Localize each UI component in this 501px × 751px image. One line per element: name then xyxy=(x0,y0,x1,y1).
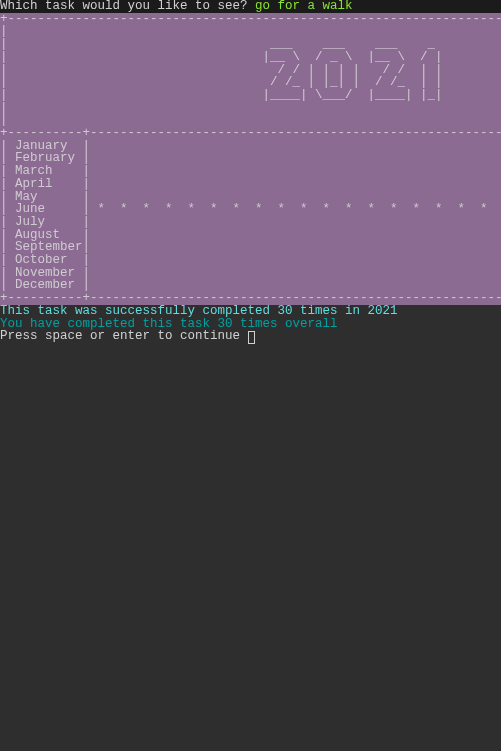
month-row: | March | xyxy=(0,165,501,178)
prompt-line: Which task would you like to see? go for… xyxy=(0,0,501,13)
year-ascii-line: | |____| \___/ |____| |_| xyxy=(0,89,501,102)
box-blank: | xyxy=(0,102,501,115)
month-row: | July | xyxy=(0,216,501,229)
year-ascii-line: | ___ ___ ___ _ xyxy=(0,38,501,51)
month-row: | October | xyxy=(0,254,501,267)
year-ascii-line: | |__ \ / _ \ |__ \ / | xyxy=(0,51,501,64)
cursor-icon xyxy=(248,331,255,344)
month-row: | April | xyxy=(0,178,501,191)
box-bottom-border: +----------+----------------------------… xyxy=(0,292,501,305)
box-separator: +----------+----------------------------… xyxy=(0,127,501,140)
box-top-border: +---------------------------------------… xyxy=(0,13,501,26)
stats-year: This task was successfully completed 30 … xyxy=(0,305,501,318)
continue-text: Press space or enter to continue xyxy=(0,329,248,343)
continue-prompt[interactable]: Press space or enter to continue xyxy=(0,330,501,343)
year-calendar-panel: +---------------------------------------… xyxy=(0,13,501,305)
